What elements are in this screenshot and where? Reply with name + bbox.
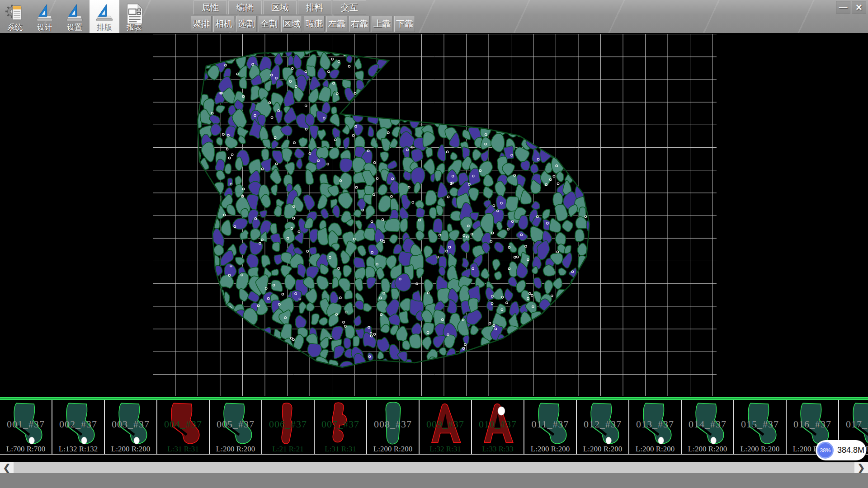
- part-lr-label: L:200 R:200: [524, 445, 576, 454]
- progress-circle: 38%: [817, 442, 834, 459]
- nav-button-2[interactable]: 设计: [30, 0, 60, 33]
- nav-button-label: 设计: [37, 23, 52, 31]
- action-button-10[interactable]: 下靠: [394, 16, 415, 32]
- part-id-label: 002_#37: [52, 418, 104, 430]
- app-nav-buttons: 系统 设计 设置 排版 报表: [0, 0, 149, 33]
- download-size: 384.8M: [837, 446, 864, 455]
- part-thumbnail-7[interactable]: 007_#37L:31 R:31: [315, 400, 367, 454]
- part-id-label: 012_#37: [577, 418, 628, 430]
- minimize-button[interactable]: —: [836, 1, 850, 14]
- part-thumbnail-11[interactable]: 011_#37L:200 R:200: [524, 400, 577, 454]
- part-id-label: 007_#37: [315, 418, 366, 430]
- part-lr-label: L:200 R:200: [210, 445, 261, 454]
- part-lr-label: L:31 R:31: [157, 445, 209, 454]
- part-lr-label: L:700 R:700: [0, 445, 52, 454]
- part-thumbnail-15[interactable]: 015_#37L:200 R:200: [734, 400, 787, 454]
- part-id-label: 017_#37: [839, 418, 868, 430]
- part-thumbnail-3[interactable]: 003_#37L:200 R:200: [105, 400, 157, 454]
- nav-button-1[interactable]: 系统: [0, 0, 30, 33]
- nav-button-label: 排版: [97, 23, 112, 31]
- part-thumbnail-9[interactable]: 009_#37L:32 R:31: [420, 400, 472, 454]
- action-button-7[interactable]: 左靠: [326, 16, 347, 32]
- part-id-label: 011_#37: [524, 418, 576, 430]
- horizontal-scrollbar[interactable]: ❮ ❯: [0, 462, 868, 473]
- action-button-1[interactable]: 聚排: [191, 16, 212, 32]
- part-id-label: 009_#37: [420, 418, 471, 430]
- part-lr-label: L:32 R:31: [420, 445, 471, 454]
- part-id-label: 003_#37: [105, 418, 156, 430]
- close-button[interactable]: ✕: [852, 1, 866, 14]
- nav-button-3[interactable]: 设置: [60, 0, 90, 33]
- part-id-label: 013_#37: [629, 418, 681, 430]
- part-id-label: 014_#37: [682, 418, 733, 430]
- part-thumbnail-4[interactable]: 004_#37L:31 R:31: [157, 400, 210, 454]
- design-setsquare-icon: [35, 3, 55, 23]
- action-button-3[interactable]: 选割: [236, 16, 257, 32]
- nesting-canvas[interactable]: [153, 34, 717, 396]
- part-thumbnail-2[interactable]: 002_#37L:132 R:132: [52, 400, 105, 454]
- part-lr-label: L:33 R:33: [472, 445, 524, 454]
- part-thumbnail-14[interactable]: 014_#37L:200 R:200: [682, 400, 734, 454]
- part-thumbnail-12[interactable]: 012_#37L:200 R:200: [577, 400, 629, 454]
- nav-button-label: 系统: [7, 23, 23, 31]
- action-button-9[interactable]: 上靠: [372, 16, 392, 32]
- menu-tab-2[interactable]: 编辑: [228, 0, 262, 14]
- window-controls: — ✕: [836, 1, 866, 14]
- nav-button-label: 设置: [67, 23, 82, 31]
- nav-button-4[interactable]: 排版: [90, 0, 119, 33]
- action-button-bar: 聚排相机选割全割区域瑕疵左靠右靠上靠下靠: [191, 16, 415, 33]
- nesting-setsquare-icon: [94, 3, 114, 23]
- part-id-label: 005_#37: [210, 418, 261, 430]
- titlebar: 系统 设计 设置 排版 报表 属性编辑区域排料交互 聚排相机选割全割区域瑕疵左靠…: [0, 0, 868, 33]
- system-gear-icon: [5, 3, 25, 23]
- part-id-label: 016_#37: [787, 418, 838, 430]
- menu-tab-4[interactable]: 排料: [298, 0, 331, 14]
- action-button-6[interactable]: 瑕疵: [304, 16, 325, 32]
- part-lr-label: L:200 R:200: [105, 445, 156, 454]
- strip-separator: [0, 397, 868, 400]
- part-thumbnail-6[interactable]: 006_#37L:21 R:21: [262, 400, 315, 454]
- part-id-label: 006_#37: [262, 418, 314, 430]
- action-button-4[interactable]: 全割: [259, 16, 279, 32]
- menu-tab-5[interactable]: 交互: [333, 0, 366, 14]
- part-lr-label: L:21 R:21: [262, 445, 314, 454]
- part-thumbnail-13[interactable]: 013_#37L:200 R:200: [629, 400, 682, 454]
- part-thumbnail-10[interactable]: 010_#37L:33 R:33: [472, 400, 524, 454]
- part-id-label: 008_#37: [367, 418, 419, 430]
- menu-tab-3[interactable]: 区域: [263, 0, 297, 14]
- part-thumbnail-1[interactable]: 001_#37L:700 R:700: [0, 400, 52, 454]
- part-lr-label: L:31 R:31: [315, 445, 366, 454]
- part-id-label: 015_#37: [734, 418, 786, 430]
- part-thumbnail-5[interactable]: 005_#37L:200 R:200: [210, 400, 262, 454]
- part-lr-label: L:200 R:200: [682, 445, 733, 454]
- part-lr-label: L:200 R:200: [367, 445, 419, 454]
- part-lr-label: L:200 R:200: [577, 445, 628, 454]
- part-id-label: 010_#37: [472, 418, 524, 430]
- action-button-8[interactable]: 右靠: [349, 16, 370, 32]
- nesting-workspace: [0, 33, 868, 397]
- download-badge[interactable]: 38% 384.8M: [816, 440, 866, 460]
- action-button-2[interactable]: 相机: [213, 16, 234, 32]
- nav-button-5[interactable]: 报表: [119, 0, 149, 33]
- menu-tab-1[interactable]: 属性: [193, 0, 227, 14]
- report-document-icon: [124, 3, 144, 23]
- part-id-label: 004_#37: [157, 418, 209, 430]
- part-thumbnail-8[interactable]: 008_#37L:200 R:200: [367, 400, 420, 454]
- action-button-5[interactable]: 区域: [281, 16, 302, 32]
- part-lr-label: L:132 R:132: [52, 445, 104, 454]
- part-lr-label: L:200 R:200: [629, 445, 681, 454]
- progress-percent: 38%: [820, 447, 830, 454]
- scroll-right-icon[interactable]: ❯: [854, 462, 868, 473]
- status-bar: [0, 473, 868, 488]
- menu-tab-bar: 属性编辑区域排料交互: [193, 0, 366, 15]
- nav-button-label: 报表: [127, 23, 142, 31]
- settings-setsquare-icon: [65, 3, 85, 23]
- parts-strip: 001_#37L:700 R:700 002_#37L:132 R:132 00…: [0, 400, 868, 455]
- part-lr-label: L:200 R:200: [734, 445, 786, 454]
- scroll-left-icon[interactable]: ❮: [0, 462, 14, 473]
- part-id-label: 001_#37: [0, 418, 52, 430]
